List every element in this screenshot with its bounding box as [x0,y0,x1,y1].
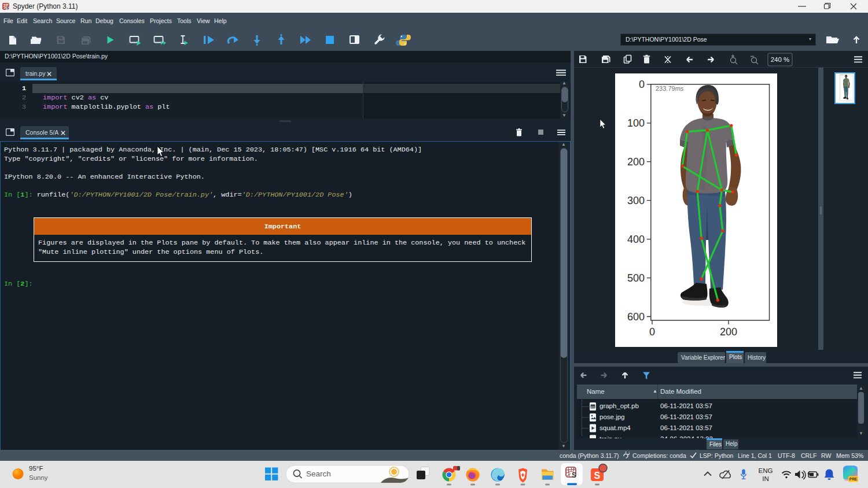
svg-text:600: 600 [627,311,645,323]
svg-text:100: 100 [627,117,645,129]
svg-text:400: 400 [627,234,645,245]
svg-text:ENG: ENG [759,467,773,474]
svg-text:IN: IN [762,475,769,482]
svg-text:Search: Search [306,469,331,478]
svg-text:0: 0 [649,326,655,338]
svg-text:200: 200 [720,326,737,338]
svg-text:240 %: 240 % [771,56,790,63]
svg-text:300: 300 [627,195,645,206]
svg-text:500: 500 [627,272,645,284]
svg-text:S: S [572,471,576,479]
svg-text:0: 0 [639,79,645,90]
svg-text:233.79ms: 233.79ms [656,85,684,92]
svg-text:200: 200 [627,156,645,168]
svg-text:PRE: PRE [849,477,858,481]
svg-text:S: S [594,471,601,480]
svg-text:S: S [6,6,9,10]
svg-text:01: 01 [591,405,595,409]
